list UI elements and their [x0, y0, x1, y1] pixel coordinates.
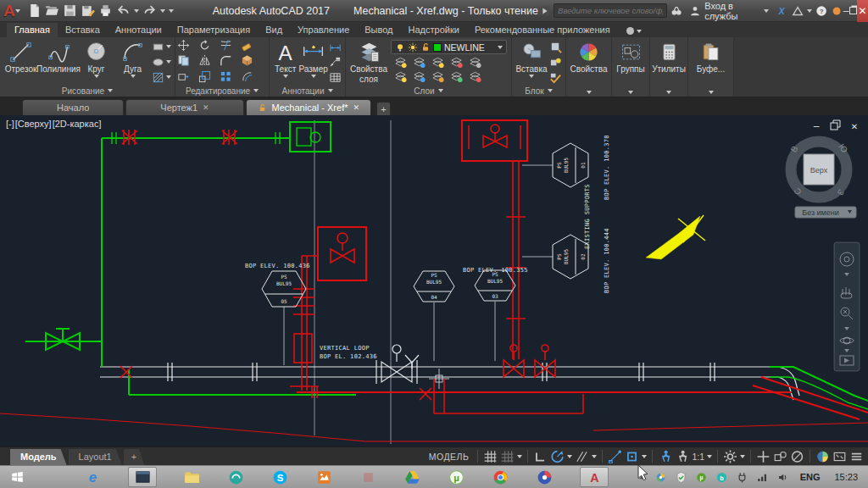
arc-dropdown-icon[interactable] — [131, 75, 136, 78]
notification-icon[interactable] — [831, 4, 843, 18]
plot-icon[interactable] — [98, 3, 113, 18]
scale-button[interactable] — [198, 70, 211, 83]
linear-dim-button[interactable] — [329, 41, 342, 53]
view-control[interactable]: [Сверху] — [15, 119, 52, 129]
panel-clipboard[interactable]: Буфе... — [688, 37, 734, 97]
cad-canvas[interactable]: BOP ELEV. 100.436 VERTICAL LOOP BOP EL. … — [0, 115, 868, 446]
layer-tool-icon[interactable] — [469, 56, 481, 69]
layer-tool-icon[interactable] — [413, 56, 426, 69]
array-button[interactable] — [220, 70, 232, 83]
erase-button[interactable] — [241, 39, 253, 52]
media-app-icon[interactable] — [227, 469, 245, 486]
panel-annotate-label[interactable]: Аннотации — [270, 85, 345, 97]
save-icon[interactable] — [63, 3, 77, 18]
table-button[interactable] — [329, 71, 342, 84]
layer-tool-icon[interactable] — [413, 70, 426, 83]
tab-annotate[interactable]: Аннотации — [108, 23, 170, 37]
photo-viewer-icon[interactable] — [315, 469, 333, 486]
tab-manage[interactable]: Управление — [290, 23, 357, 37]
layer-tool-icon[interactable] — [394, 70, 407, 83]
ortho-toggle[interactable] — [533, 450, 548, 463]
undo-dropdown-icon[interactable] — [134, 9, 139, 13]
panel-layers-label[interactable]: Слои — [346, 85, 511, 97]
insert-block-button[interactable]: Вставка — [515, 39, 548, 85]
groups-expand-icon[interactable] — [628, 91, 633, 94]
layer-color-chip[interactable] — [433, 43, 442, 52]
autocad-app-menu-icon[interactable]: A — [3, 2, 15, 20]
layout1-tab[interactable]: Layout1 — [69, 449, 122, 465]
object-snap-tracking-toggle[interactable] — [608, 450, 622, 463]
google-drive-icon[interactable] — [403, 469, 421, 486]
mirror-button[interactable] — [198, 54, 211, 67]
close-button[interactable]: ✕ — [857, 0, 868, 22]
tab-parametric[interactable]: Параметризация — [170, 23, 258, 37]
isodraft-dropdown-icon[interactable] — [592, 455, 597, 458]
inactive-app-icon[interactable] — [359, 469, 377, 486]
skype-icon[interactable]: S — [271, 469, 289, 486]
workspace-dropdown-icon[interactable] — [740, 455, 745, 458]
navigation-bar[interactable] — [834, 242, 860, 371]
arc-button[interactable]: Дуга — [114, 39, 151, 85]
customization-menu-button[interactable] — [849, 450, 864, 463]
annotation-visibility-toggle[interactable] — [658, 450, 672, 463]
redo-dropdown-icon[interactable] — [160, 9, 165, 13]
antivirus-tray-icon[interactable] — [675, 471, 687, 484]
layer-tool-icon[interactable] — [431, 56, 444, 69]
clipboard-expand-icon[interactable] — [709, 91, 714, 94]
minimize-button[interactable]: – — [843, 0, 849, 22]
chrome-icon[interactable] — [492, 469, 509, 486]
units-button[interactable] — [790, 450, 804, 463]
tab-addins[interactable]: Надстройки — [401, 23, 467, 37]
circle-button[interactable]: Круг — [78, 39, 114, 85]
rotate-button[interactable] — [198, 39, 211, 52]
sign-in-dropdown-icon[interactable] — [764, 9, 769, 13]
fillet-button[interactable] — [220, 54, 232, 67]
panel-groups[interactable]: Группы — [612, 37, 650, 97]
undo-icon[interactable] — [116, 3, 131, 18]
clean-screen-toggle[interactable] — [832, 450, 847, 463]
block-edit-button[interactable] — [549, 41, 562, 53]
search-go-icon[interactable] — [538, 4, 550, 18]
panel-utilities[interactable]: Утилиты — [650, 37, 688, 97]
hatch-button[interactable] — [152, 71, 171, 84]
snap-mode-toggle[interactable] — [500, 450, 515, 463]
object-snap-toggle[interactable] — [625, 450, 639, 463]
close-tab-icon[interactable]: ✕ — [203, 103, 209, 112]
clock[interactable]: 15:23 — [834, 472, 858, 482]
block-attributes-button[interactable] — [549, 71, 562, 84]
stretch-button[interactable] — [177, 70, 190, 83]
save-as-icon[interactable] — [81, 3, 95, 18]
language-indicator[interactable]: ENG — [800, 472, 821, 482]
start-button[interactable] — [7, 467, 28, 487]
utorrent-icon[interactable]: µ — [448, 469, 465, 486]
leader-button[interactable] — [329, 56, 342, 69]
app-menu-dropdown-icon[interactable] — [15, 9, 20, 13]
close-tab-icon[interactable]: ✕ — [353, 103, 359, 112]
new-file-icon[interactable] — [27, 3, 42, 18]
panel-modify-label[interactable]: Редактирование — [175, 85, 269, 97]
layer-dropdown[interactable]: NEWLINE — [391, 40, 507, 54]
restore-button[interactable] — [849, 0, 857, 22]
text-button[interactable]: AТекст — [272, 39, 298, 85]
utilities-expand-icon[interactable] — [666, 91, 671, 94]
dimension-button[interactable]: Размер — [298, 39, 328, 85]
polar-dropdown-icon[interactable] — [567, 455, 572, 458]
graphics-performance-toggle[interactable] — [815, 450, 830, 463]
grid-display-toggle[interactable] — [483, 450, 498, 463]
layer-dropdown-icon[interactable] — [498, 46, 503, 49]
layer-tool-icon[interactable] — [431, 70, 444, 83]
layer-tool-icon[interactable] — [469, 70, 481, 83]
layer-tool-icon[interactable] — [394, 56, 407, 69]
viewcube[interactable]: Верх В Ю С З Без имени — [789, 141, 856, 218]
tab-view[interactable]: Вид — [258, 23, 290, 37]
osnap-dropdown-icon[interactable] — [642, 455, 647, 458]
explode-button[interactable] — [241, 54, 253, 67]
annotation-monitor-toggle[interactable] — [756, 450, 771, 463]
file-tab-start[interactable]: Начало — [22, 99, 124, 115]
new-layout-button[interactable]: + — [124, 449, 144, 465]
polar-tracking-toggle[interactable] — [550, 450, 565, 463]
block-create-button[interactable] — [549, 56, 562, 69]
qat-customize-icon[interactable] — [169, 9, 174, 13]
a360-icon[interactable] — [792, 4, 804, 18]
vp-close-button[interactable]: ✕ — [851, 122, 858, 131]
